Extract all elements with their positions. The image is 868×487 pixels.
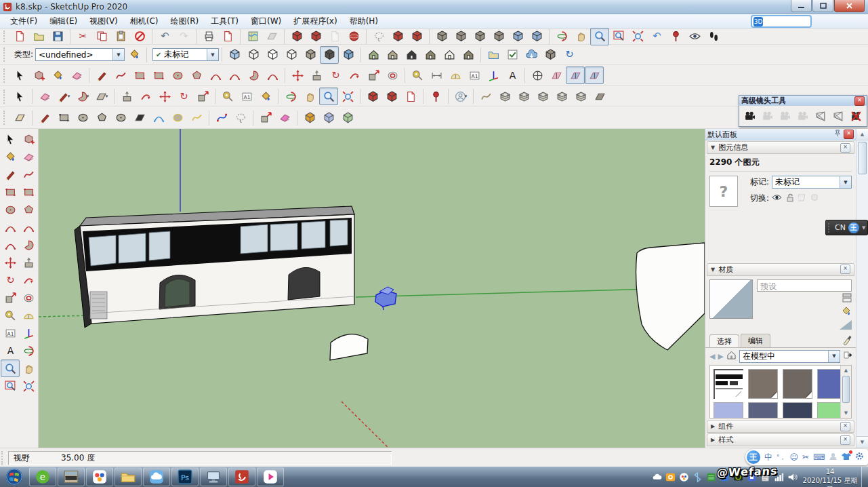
publish-to-cloud-button[interactable] [522, 46, 541, 64]
tag-combo[interactable]: ✔ 未标记 ▼ [152, 48, 219, 61]
sign-in-avatar-button[interactable]: ▾ [451, 87, 470, 105]
open-file-button[interactable] [29, 28, 48, 45]
toggle-terrain-button[interactable] [262, 28, 281, 45]
emoji-icon[interactable]: ☺ [790, 452, 799, 462]
show-frustum-volume-button[interactable] [829, 107, 847, 125]
arc-large-dropdown-arrow[interactable]: ▾ [87, 94, 89, 99]
delete-button[interactable] [130, 28, 149, 45]
taskbar-explorer[interactable] [115, 467, 142, 486]
subtract-button[interactable] [489, 28, 508, 45]
position-camera-button[interactable] [666, 28, 685, 45]
skin-shirt-icon[interactable] [842, 452, 851, 463]
bezier-curve-button[interactable] [212, 109, 231, 127]
view-front-button[interactable] [402, 46, 421, 64]
circle-on-surface-button[interactable] [73, 109, 92, 127]
sign-in-avatar-dropdown-arrow[interactable]: ▾ [465, 94, 468, 99]
vector-push-pull-button[interactable] [319, 109, 338, 127]
hidden-line-style-button[interactable] [282, 46, 301, 64]
monochrome-style-button[interactable] [339, 46, 358, 64]
material-bus-texture[interactable] [714, 369, 743, 399]
lt-make-component-button[interactable] [19, 130, 38, 148]
tray-bluetooth-icon[interactable] [693, 472, 703, 482]
undo-button[interactable]: ↶ [155, 28, 174, 45]
copy-button[interactable] [92, 28, 111, 45]
lt-line-button[interactable] [1, 165, 20, 183]
sandbox-add-detail-button[interactable] [571, 87, 590, 105]
receive-shadows-icon[interactable] [798, 193, 806, 203]
eraser-button[interactable] [67, 66, 86, 84]
language-bar[interactable]: CN 王 ▼ [825, 220, 868, 235]
lt-zoom-button[interactable] [1, 359, 20, 377]
lasso-on-surface-button[interactable] [231, 109, 250, 127]
scrollbar-thumb[interactable] [842, 376, 850, 403]
wireframe-style-button[interactable] [263, 46, 282, 64]
camera-menu[interactable]: 相机(C) [124, 14, 165, 28]
push-pull-button[interactable] [307, 66, 326, 84]
cast-shadows-icon[interactable] [810, 193, 819, 203]
lock-camera-button[interactable] [777, 107, 794, 125]
lt-text-button[interactable]: A1 [1, 324, 20, 342]
display-section-planes-button[interactable] [547, 66, 566, 84]
move-large-button[interactable] [155, 87, 174, 105]
lt-rectangle-button[interactable] [1, 183, 20, 201]
freehand-on-surface-button[interactable] [187, 109, 206, 127]
2-point-arc-button[interactable] [225, 66, 244, 84]
material-slate-blue[interactable] [748, 402, 778, 419]
shape-bender-button[interactable] [10, 109, 29, 127]
edit-camera-button[interactable] [794, 107, 812, 125]
lt-scale-button[interactable] [1, 289, 20, 307]
taskbar-cloud-drive[interactable] [143, 467, 170, 486]
lt-2-point-arc-button[interactable] [19, 218, 38, 236]
follow-me-button[interactable] [345, 66, 364, 84]
taskbar-remote-desktop[interactable] [200, 467, 227, 486]
ime-logo-icon[interactable]: 王 [848, 222, 859, 233]
pie-button[interactable] [244, 66, 263, 84]
ellipse-on-surface-button[interactable] [111, 109, 130, 127]
follow-me-large-button[interactable] [136, 87, 155, 105]
measurement-field[interactable]: 视野 35.00 度 [8, 451, 392, 465]
ime-float-widget[interactable]: 3D [751, 15, 812, 28]
intersect-faces-button[interactable] [451, 28, 470, 45]
entity-info-header[interactable]: ▼ 图元信息 × [707, 141, 854, 154]
3d-text-button[interactable]: A [503, 66, 522, 84]
lt-3d-text-button[interactable]: A [1, 342, 20, 359]
make-component-button[interactable] [29, 66, 48, 84]
extensions-menu[interactable]: 扩展程序(x) [287, 14, 343, 28]
lt-follow-me-button[interactable] [19, 271, 38, 289]
zoom-large-button[interactable] [319, 87, 338, 105]
tray-app-circles-icon[interactable] [679, 472, 689, 482]
back-arrow-icon[interactable]: ◀ [709, 352, 715, 361]
split-button[interactable] [527, 28, 546, 45]
file-menu[interactable]: 文件(F) [4, 14, 43, 28]
lt-offset-button[interactable] [19, 289, 38, 307]
circle-button[interactable] [168, 66, 187, 84]
shaded-textures-style-button[interactable] [320, 46, 339, 64]
eyedropper-icon[interactable] [842, 334, 852, 347]
shaded-style-button[interactable] [301, 46, 320, 64]
maximize-button[interactable] [812, 0, 833, 12]
advanced-camera-close-button[interactable]: ✕ [854, 96, 865, 106]
lt-rotated-rectangle-button[interactable] [19, 183, 38, 201]
cut-button[interactable]: ✂ [73, 28, 92, 45]
view-top-button[interactable] [383, 46, 402, 64]
back-edges-style-button[interactable] [244, 46, 263, 64]
text-button[interactable]: A1 [465, 66, 484, 84]
lt-move-button[interactable] [1, 254, 20, 271]
soft-keyboard-icon[interactable]: ⌨ [813, 452, 825, 462]
tools-menu[interactable]: 工具(T) [205, 14, 245, 28]
material-name-field[interactable]: 预设 [757, 279, 852, 292]
lt-select-button[interactable] [1, 130, 20, 148]
lt-polygon-button[interactable] [19, 201, 38, 218]
sogou-logo-icon[interactable]: 王 [747, 450, 760, 464]
lt-protractor-button[interactable] [19, 307, 38, 324]
dimension-button[interactable] [427, 66, 446, 84]
xray-style-button[interactable] [225, 46, 244, 64]
scroll-down-icon[interactable]: ▼ [841, 408, 851, 418]
section-plane-button[interactable] [528, 66, 547, 84]
lt-paint-bucket-button[interactable] [1, 148, 20, 165]
offset-on-surface-button[interactable] [256, 109, 275, 127]
new-file-button[interactable] [10, 28, 29, 45]
lt-tape-measure-button[interactable] [1, 307, 20, 324]
place-model-button[interactable] [426, 87, 445, 105]
classifier-paint-button[interactable] [125, 46, 144, 64]
